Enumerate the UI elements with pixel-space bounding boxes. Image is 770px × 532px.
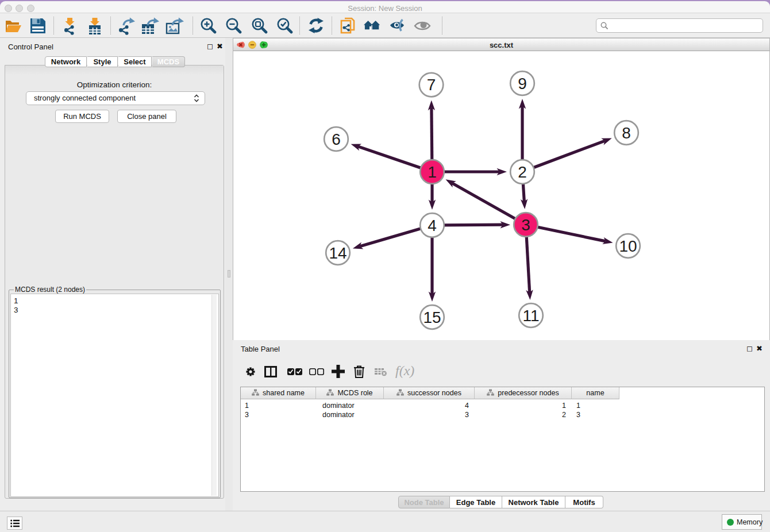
svg-text:7: 7 bbox=[427, 76, 436, 94]
svg-text:10: 10 bbox=[619, 237, 637, 255]
svg-text:9: 9 bbox=[518, 75, 527, 92]
svg-text:15: 15 bbox=[423, 309, 441, 326]
svg-text:14: 14 bbox=[329, 244, 346, 262]
svg-text:1: 1 bbox=[428, 163, 437, 181]
svg-text:11: 11 bbox=[522, 307, 539, 325]
svg-text:4: 4 bbox=[428, 217, 437, 234]
svg-text:2: 2 bbox=[518, 163, 527, 181]
svg-text:6: 6 bbox=[332, 130, 341, 148]
svg-text:3: 3 bbox=[521, 216, 530, 234]
svg-text:8: 8 bbox=[622, 124, 631, 142]
